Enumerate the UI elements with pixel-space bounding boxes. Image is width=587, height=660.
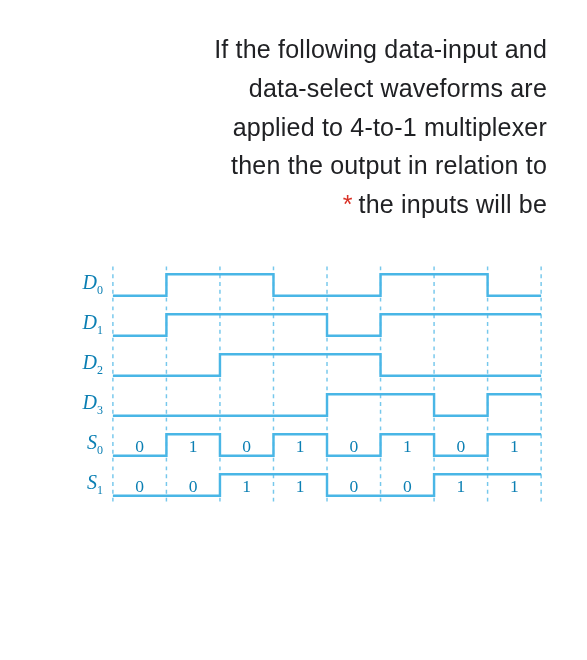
svg-text:0: 0: [349, 476, 358, 496]
svg-text:1: 1: [296, 436, 305, 456]
svg-text:1: 1: [403, 436, 412, 456]
signal-row-S1: S100110011: [68, 464, 547, 504]
svg-text:0: 0: [242, 436, 251, 456]
svg-text:1: 1: [242, 476, 251, 496]
signal-row-D3: D3: [68, 384, 547, 424]
signal-row-D1: D1: [68, 304, 547, 344]
svg-text:0: 0: [135, 476, 144, 496]
signal-wave-S0: 01010101: [109, 424, 547, 464]
signal-label-S1: S1: [68, 472, 109, 496]
svg-text:0: 0: [403, 476, 412, 496]
signal-label-D3: D3: [68, 392, 109, 416]
svg-text:1: 1: [296, 476, 305, 496]
signal-label-D2: D2: [68, 352, 109, 376]
svg-text:0: 0: [135, 436, 144, 456]
svg-text:1: 1: [456, 476, 465, 496]
question-line: data-select waveforms are: [249, 74, 547, 102]
svg-text:0: 0: [456, 436, 465, 456]
question-line: the inputs will be: [359, 190, 547, 218]
svg-text:1: 1: [510, 476, 519, 496]
svg-text:0: 0: [349, 436, 358, 456]
timing-diagram: D0D1D2D3S001010101S100110011: [68, 264, 547, 504]
signal-label-D0: D0: [68, 272, 109, 296]
question-line: then the output in relation to: [231, 151, 547, 179]
signal-wave-D3: [109, 384, 547, 424]
svg-text:1: 1: [189, 436, 198, 456]
svg-text:1: 1: [510, 436, 519, 456]
question-line: If the following data-input and: [214, 35, 547, 63]
question-line: applied to 4-to-1 multiplexer: [233, 113, 547, 141]
signal-label-D1: D1: [68, 312, 109, 336]
signal-wave-D2: [109, 344, 547, 384]
signal-row-S0: S001010101: [68, 424, 547, 464]
question-text: If the following data-input and data-sel…: [40, 30, 547, 224]
signal-wave-S1: 00110011: [109, 464, 547, 504]
page-container: If the following data-input and data-sel…: [0, 0, 587, 660]
signal-row-D2: D2: [68, 344, 547, 384]
signal-label-S0: S0: [68, 432, 109, 456]
signal-wave-D0: [109, 264, 547, 304]
signal-wave-D1: [109, 304, 547, 344]
signal-row-D0: D0: [68, 264, 547, 304]
required-asterisk: *: [343, 190, 353, 218]
svg-text:0: 0: [189, 476, 198, 496]
